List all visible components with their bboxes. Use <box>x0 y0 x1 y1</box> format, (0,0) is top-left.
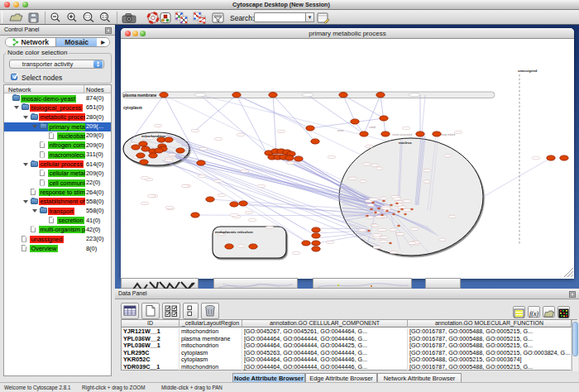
svg-text:cluster-associated: cluster-associated <box>392 133 413 136</box>
svg-text:f(x): f(x) <box>529 310 538 318</box>
svg-text:assoc: assoc <box>337 129 344 132</box>
svg-text:mitochondrion: mitochondrion <box>141 134 166 138</box>
svg-text:unassigned: unassigned <box>518 69 538 73</box>
svg-text:endoplasmic reticulum: endoplasmic reticulum <box>215 230 253 234</box>
svg-text:plasma membrane: plasma membrane <box>123 93 157 98</box>
svg-text:1:1: 1:1 <box>102 15 108 19</box>
svg-text:coexp-related: coexp-related <box>440 133 456 136</box>
svg-text:compl: compl <box>369 126 376 129</box>
svg-text:cytoplasm: cytoplasm <box>123 106 142 110</box>
svg-text:nucleus: nucleus <box>399 141 412 145</box>
